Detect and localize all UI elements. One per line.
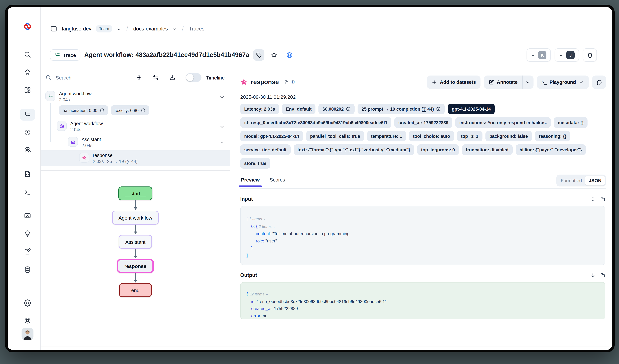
pen-square-icon [488,79,494,85]
playground-button[interactable]: >_ Playground [537,76,589,89]
chevron-down-icon [578,79,584,85]
datasets-icon[interactable] [24,266,31,273]
panel-toggle-icon[interactable] [50,25,57,32]
add-to-datasets-button[interactable]: Add to datasets [427,76,481,89]
agent-icon [57,121,67,131]
graph-node-response-selected[interactable]: response [117,259,154,273]
home-icon[interactable] [24,68,31,76]
graph-node-assistant[interactable]: Assistant [119,235,152,249]
score-badge-hallucination[interactable]: hallucination: 0.00 [59,105,108,115]
support-icon[interactable] [24,317,31,324]
tree-row-assistant[interactable]: Assistant 2.04s [41,135,230,150]
output-section-header: Output [230,265,612,278]
annotate-button[interactable]: Annotate [484,76,522,89]
search-icon[interactable] [24,51,31,58]
chevron-down-icon[interactable]: ⌄ [262,215,266,222]
cost-badge[interactable]: $0.000202 [319,104,355,114]
breadcrumb-env[interactable]: docs-examples [133,26,168,32]
trace-badge-label: Trace [63,52,76,58]
annotation-icon[interactable] [24,248,31,255]
info-icon [346,107,351,111]
observation-duration: 2.04s [70,127,81,132]
playground-label: Playground [549,80,576,85]
generation-icon [79,153,89,163]
graph-node-start[interactable]: __start__ [118,187,152,200]
copy-icon[interactable] [600,196,605,202]
chevron-down-icon[interactable] [172,27,177,31]
temperature-badge: temperature: 1 [367,131,406,141]
timeline-label: Timeline [206,75,225,80]
comments-button[interactable] [592,76,606,89]
chevron-down-icon[interactable] [219,124,225,130]
graph-node-agent-workflow[interactable]: Agent workflow [112,211,159,225]
observation-duration: 2.04s [82,143,92,148]
scores-icon[interactable] [24,212,31,219]
user-avatar[interactable] [22,328,33,340]
copy-id-button[interactable]: ID [284,80,295,85]
top-logprobs-badge: top_logprobs: 0 [417,144,459,155]
model-badge[interactable]: gpt-4.1-2025-04-14 [448,104,495,114]
observation-duration: 2.03s [93,159,104,164]
tree-row-agent-workflow[interactable]: Agent workflow 2.04s [41,119,230,135]
collapse-icon[interactable] [590,273,595,278]
dashboards-icon[interactable] [24,86,31,94]
star-icon[interactable] [268,49,280,61]
format-option-json[interactable]: JSON [585,175,605,186]
trace-header-bar: Trace Agent workflow: 483a2afb22b41ee49d… [41,42,612,68]
chevron-down-icon[interactable]: ⌄ [265,290,268,297]
copy-icon[interactable] [600,273,605,278]
tab-preview[interactable]: Preview [240,177,260,186]
annotate-label: Annotate [497,80,518,85]
tree-row-response-selected[interactable]: response 2.03s 25 → 19 (∑ 44) [41,150,230,166]
collapse-all-icon[interactable] [136,74,142,81]
observation-label: Agent workflow [70,121,103,126]
observation-tree-panel: Timeline Agent workflow 2.04s [41,68,230,346]
playground-icon[interactable] [24,189,31,196]
collapse-icon[interactable] [590,196,595,202]
observation-label: response [93,153,138,158]
chevron-down-icon[interactable] [117,27,121,31]
prev-trace-button[interactable]: K [527,48,551,62]
graph-node-end[interactable]: __end__ [119,283,152,297]
trace-type-badge: Trace [50,49,80,61]
filter-settings-icon[interactable] [153,74,159,81]
tree-search[interactable] [45,74,126,81]
tag-icon[interactable] [253,49,265,61]
latency-badge: Latency: 2.03s [240,104,279,114]
tab-scores[interactable]: Scores [269,177,286,186]
score-badge-toxicity[interactable]: toxicity: 0.80 [111,105,149,115]
shortcut-key-j: J [566,51,575,59]
format-option-formatted[interactable]: Formatted [557,178,585,183]
breadcrumb-page[interactable]: Traces [189,26,204,32]
breadcrumb-project[interactable]: langfuse-dev [62,26,91,32]
next-trace-button[interactable]: J [555,48,579,62]
input-title: Input [240,196,253,202]
chevron-down-icon[interactable] [219,140,225,145]
search-icon [45,74,52,81]
tokens-badge[interactable]: 25 prompt → 19 completion (∑ 44) [358,104,445,114]
sidebar [8,7,41,350]
chevron-down-icon[interactable]: ⌄ [272,223,276,230]
langfuse-logo[interactable] [23,22,32,31]
download-icon[interactable] [169,74,176,81]
evals-icon[interactable] [24,230,31,237]
chevron-down-icon[interactable] [219,94,225,100]
metadata-badge: metadata: {} [554,117,588,128]
users-icon[interactable] [24,146,31,153]
delete-trace-button[interactable] [583,48,597,62]
globe-icon[interactable] [284,49,295,61]
timeline-toggle[interactable] [185,73,201,82]
tree-row-trace[interactable]: Agent workflow 2.04s [41,89,230,105]
annotate-dropdown-button[interactable] [522,76,534,89]
tracing-icon[interactable] [24,111,31,118]
team-badge: Team [96,25,112,32]
search-input[interactable] [55,74,88,81]
sessions-icon[interactable] [24,129,31,136]
truncation-badge: truncation: disabled [462,144,512,155]
json-brace: { [256,224,257,229]
breadcrumb-separator: / [182,26,183,32]
output-title: Output [240,272,257,278]
prompts-icon[interactable] [24,170,31,177]
detail-header: response ID Add to datasets Annotate [230,68,612,89]
settings-icon[interactable] [24,299,31,307]
